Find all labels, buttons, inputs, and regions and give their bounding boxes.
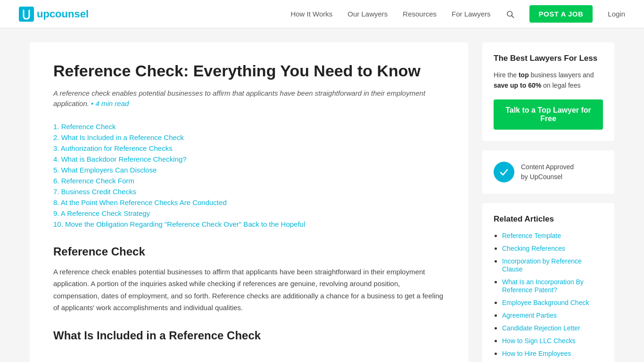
list-item: How to Hire Employees (502, 349, 603, 357)
cta-text-part1: Hire the (494, 71, 519, 79)
approved-line2: by UpCounsel (521, 172, 574, 182)
related-articles-card: Related Articles Reference Template Chec… (482, 203, 614, 362)
cta-card: The Best Lawyers For Less Hire the top b… (482, 42, 614, 141)
list-item: Candidate Rejection Letter (502, 324, 603, 332)
cta-text-bold1: top (519, 71, 529, 79)
approved-badge-icon (494, 162, 514, 182)
header: upcounsel How It Works Our Lawyers Resou… (0, 0, 644, 28)
nav-our-lawyers[interactable]: Our Lawyers (347, 10, 388, 18)
svg-point-3 (498, 166, 510, 178)
related-link-2[interactable]: Incorporation by Reference Clause (502, 257, 582, 273)
toc-item-1[interactable]: 1. Reference Check (53, 123, 445, 131)
list-item: How to Sign LLC Checks (502, 337, 603, 345)
main-nav: How It Works Our Lawyers Resources For L… (290, 5, 625, 23)
checkmark-icon (498, 166, 510, 178)
toc-item-3[interactable]: 3. Authorization for Reference Checks (53, 144, 445, 152)
read-time: • 4 min read (91, 99, 129, 107)
related-link-8[interactable]: How to Hire Employees (502, 350, 571, 357)
cta-card-text: Hire the top business lawyers and save u… (494, 70, 603, 91)
section-heading-1: Reference Check (53, 245, 445, 258)
nav-for-lawyers[interactable]: For Lawyers (452, 10, 491, 18)
search-icon (506, 10, 514, 18)
related-link-7[interactable]: How to Sign LLC Checks (502, 337, 576, 345)
approved-line1: Content Approved (521, 162, 574, 172)
related-articles-list: Reference Template Checking References I… (494, 231, 603, 362)
approved-badge-text: Content Approved by UpCounsel (521, 162, 574, 182)
toc-item-6[interactable]: 6. Reference Check Form (53, 177, 445, 185)
table-of-contents: 1. Reference Check 2. What Is Included i… (53, 123, 445, 228)
logo-text: upcounsel (37, 8, 89, 20)
related-articles-title: Related Articles (494, 214, 603, 224)
list-item: Checking References (502, 244, 603, 252)
list-item: Agreement Parties (502, 311, 603, 319)
toc-item-9[interactable]: 9. A Reference Check Strategy (53, 209, 445, 217)
related-link-0[interactable]: Reference Template (502, 232, 561, 239)
list-item: What Is an Incorporation By Reference Pa… (502, 278, 603, 294)
login-button[interactable]: Login (608, 10, 625, 18)
main-content: Reference Check: Everything You Need to … (30, 42, 468, 362)
logo[interactable]: upcounsel (19, 7, 89, 22)
toc-item-2[interactable]: 2. What Is Included in a Reference Check (53, 133, 445, 141)
related-link-1[interactable]: Checking References (502, 245, 565, 252)
sidebar: The Best Lawyers For Less Hire the top b… (482, 42, 614, 362)
article-title: Reference Check: Everything You Need to … (53, 61, 445, 81)
article-subtitle: A reference check enables potential busi… (53, 88, 445, 109)
post-job-button[interactable]: POST A JOB (529, 5, 593, 23)
logo-icon (19, 7, 34, 22)
toc-item-4[interactable]: 4. What is Backdoor Reference Checking? (53, 155, 445, 163)
nav-how-it-works[interactable]: How It Works (290, 10, 332, 18)
list-item: Incorporation by Reference Clause (502, 257, 603, 273)
approved-badge-card: Content Approved by UpCounsel (482, 150, 614, 194)
cta-text-part2: business lawyers and (529, 71, 594, 79)
related-link-5[interactable]: Agreement Parties (502, 312, 557, 319)
cta-button[interactable]: Talk to a Top Lawyer for Free (494, 99, 603, 130)
cta-card-title: The Best Lawyers For Less (494, 54, 603, 63)
related-link-6[interactable]: Candidate Rejection Letter (502, 324, 580, 332)
section-text-1: A reference check enables potential busi… (53, 266, 445, 314)
toc-item-8[interactable]: 8. At the Point When Reference Checks Ar… (53, 198, 445, 206)
toc-item-10[interactable]: 10. Move the Obligation Regarding "Refer… (53, 220, 445, 228)
section-heading-2: What Is Included in a Reference Check (53, 329, 445, 342)
search-button[interactable] (506, 10, 514, 18)
approved-badge: Content Approved by UpCounsel (494, 162, 603, 182)
cta-text-bold2: save up to 60% (494, 82, 541, 89)
cta-text-part3: on legal fees (541, 82, 580, 89)
related-link-4[interactable]: Employee Background Check (502, 299, 589, 306)
list-item: Reference Template (502, 231, 603, 239)
toc-item-5[interactable]: 5. What Employers Can Disclose (53, 166, 445, 174)
svg-line-2 (512, 16, 513, 17)
page-wrap: Reference Check: Everything You Need to … (20, 28, 624, 362)
toc-item-7[interactable]: 7. Business Credit Checks (53, 188, 445, 196)
related-link-3[interactable]: What Is an Incorporation By Reference Pa… (502, 278, 584, 294)
nav-resources[interactable]: Resources (403, 10, 437, 18)
list-item: Employee Background Check (502, 298, 603, 306)
